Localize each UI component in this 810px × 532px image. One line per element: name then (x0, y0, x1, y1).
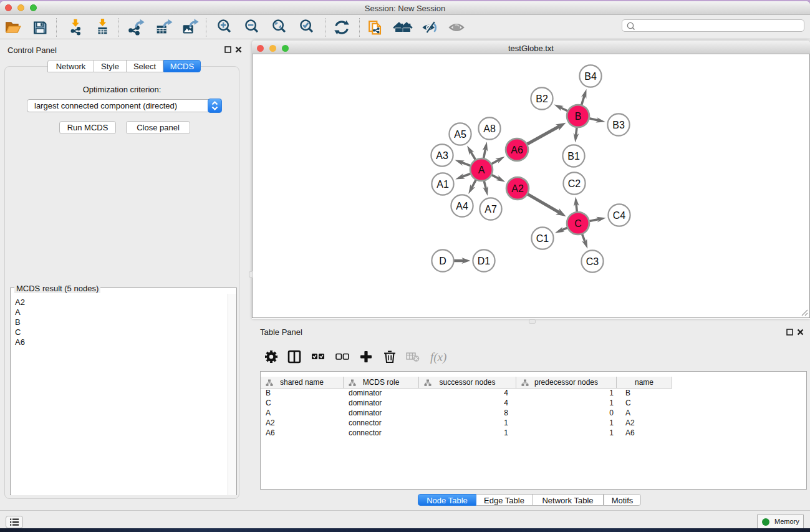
svg-text:A1: A1 (436, 179, 449, 190)
svg-text:A8: A8 (483, 123, 496, 134)
svg-text:A5: A5 (454, 129, 466, 140)
svg-text:C1: C1 (536, 233, 549, 244)
svg-text:C: C (574, 218, 582, 229)
svg-text:B3: B3 (612, 120, 625, 130)
svg-text:A2: A2 (511, 183, 524, 194)
svg-text:B4: B4 (584, 71, 597, 82)
svg-text:A: A (478, 165, 485, 175)
svg-text:f(x): f(x) (430, 351, 446, 364)
svg-text:D1: D1 (478, 256, 491, 266)
svg-text:A6: A6 (511, 145, 523, 155)
svg-text:C2: C2 (568, 178, 581, 189)
svg-text:A7: A7 (485, 204, 497, 215)
svg-text:D: D (439, 256, 446, 266)
svg-text:A3: A3 (436, 150, 448, 161)
svg-text:C3: C3 (586, 256, 599, 267)
svg-text:B: B (575, 111, 582, 122)
svg-text:B1: B1 (567, 151, 580, 162)
svg-text:A4: A4 (456, 201, 468, 211)
svg-text:B2: B2 (536, 94, 548, 104)
svg-text:C4: C4 (613, 210, 626, 221)
